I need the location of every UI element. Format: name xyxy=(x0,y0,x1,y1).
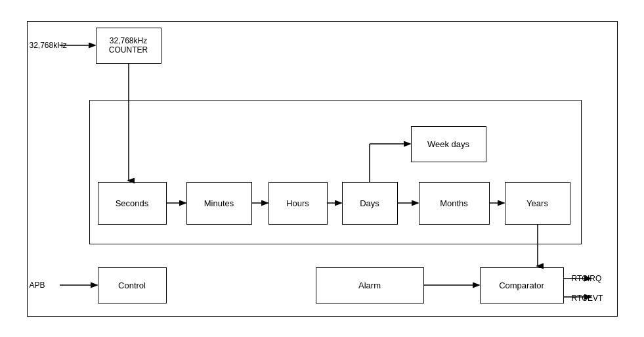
rtcirq-label: RTCIRQ xyxy=(572,274,602,283)
hours-label: Hours xyxy=(286,198,309,208)
control-block: Control xyxy=(98,267,167,303)
months-label: Months xyxy=(440,198,468,208)
counter-block: 32,768kHz COUNTER xyxy=(96,28,161,64)
counter-label: 32,768kHz COUNTER xyxy=(109,36,148,55)
weekdays-block: Week days xyxy=(411,126,486,162)
seconds-label: Seconds xyxy=(116,198,149,208)
comparator-block: Comparator xyxy=(480,267,564,303)
days-block: Days xyxy=(342,182,398,225)
rtcevt-label: RTCEVT xyxy=(572,294,603,303)
freq-input-label: 32,768kHz xyxy=(30,41,67,50)
weekdays-label: Week days xyxy=(427,139,469,149)
years-label: Years xyxy=(526,198,548,208)
months-block: Months xyxy=(419,182,490,225)
apb-input-label: APB xyxy=(30,281,45,290)
comparator-label: Comparator xyxy=(499,281,544,290)
minutes-block: Minutes xyxy=(186,182,252,225)
days-label: Days xyxy=(360,198,379,208)
alarm-label: Alarm xyxy=(358,281,381,290)
hours-block: Hours xyxy=(268,182,328,225)
alarm-block: Alarm xyxy=(316,267,424,303)
minutes-label: Minutes xyxy=(204,198,234,208)
seconds-block: Seconds xyxy=(98,182,167,225)
years-block: Years xyxy=(505,182,570,225)
control-label: Control xyxy=(118,281,146,290)
diagram-container: 32,768kHz COUNTER Seconds Minutes Hours … xyxy=(20,14,624,323)
